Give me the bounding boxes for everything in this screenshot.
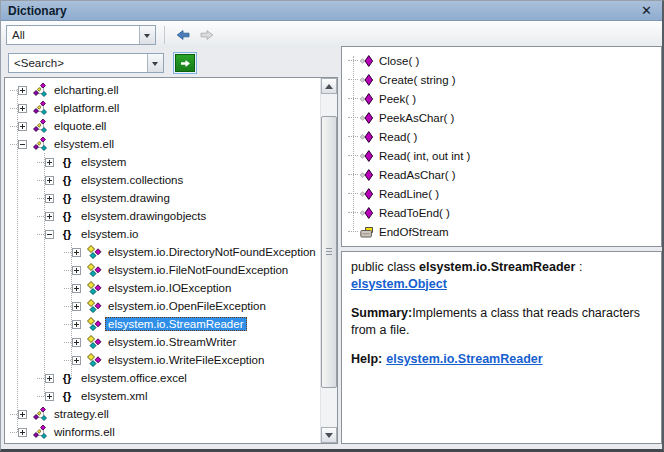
tree-connector <box>64 306 71 307</box>
expand-icon[interactable] <box>72 356 81 365</box>
tree-item[interactable]: {}elsystem.collections <box>5 171 320 189</box>
expand-icon[interactable] <box>45 176 54 185</box>
tree-item[interactable]: elsystem.io.StreamWriter <box>5 333 320 351</box>
class-icon <box>86 298 102 314</box>
tree-item[interactable]: elsystem.io.OpenFileException <box>5 297 320 315</box>
member-item[interactable]: ReadAsChar( ) <box>348 165 661 184</box>
expand-icon[interactable] <box>72 266 81 275</box>
tree-item-label[interactable]: elsystem <box>78 155 129 169</box>
tree-item-label[interactable]: elsystem.drawing <box>78 191 173 205</box>
search-go-button[interactable] <box>173 52 197 74</box>
expand-icon[interactable] <box>18 410 27 419</box>
member-item-label[interactable]: EndOfStream <box>379 226 449 238</box>
expand-icon[interactable] <box>18 86 27 95</box>
expand-icon[interactable] <box>72 302 81 311</box>
tree-item-label[interactable]: elsystem.io.WriteFileException <box>105 353 267 367</box>
tree-item-label[interactable]: elquote.ell <box>51 119 109 133</box>
tree-item-label[interactable]: elsystem.xml <box>78 389 150 403</box>
base-class-link[interactable]: elsystem.Object <box>351 277 447 291</box>
member-item-label[interactable]: Peek( ) <box>379 93 416 105</box>
tree-item[interactable]: {}elsystem.io <box>5 225 320 243</box>
window-title: Dictionary <box>8 4 638 18</box>
scroll-thumb[interactable] <box>321 116 337 388</box>
tree-item-label[interactable]: elsystem.ell <box>51 137 117 151</box>
tree-item-label[interactable]: elsystem.io.DirectoryNotFoundException <box>105 245 319 259</box>
tree-item-label[interactable]: winforms.ell <box>51 425 118 439</box>
tree-item[interactable]: elsystem.io.IOException <box>5 279 320 297</box>
member-item[interactable]: Read( ) <box>348 127 661 146</box>
member-item-label[interactable]: PeekAsChar( ) <box>379 112 454 124</box>
tree-item-label[interactable]: elsystem.io.StreamReader <box>105 317 247 331</box>
tree-item-label[interactable]: elcharting.ell <box>51 83 122 97</box>
tree-item[interactable]: elplatform.ell <box>5 99 320 117</box>
chevron-down-icon[interactable] <box>147 54 163 72</box>
expand-icon[interactable] <box>45 212 54 221</box>
tree-item[interactable]: winforms.ell <box>5 423 320 441</box>
back-button[interactable] <box>171 25 195 45</box>
member-item-label[interactable]: Create( string ) <box>379 74 456 86</box>
collapse-icon[interactable] <box>18 140 27 149</box>
expand-icon[interactable] <box>45 392 54 401</box>
expand-icon[interactable] <box>18 428 27 437</box>
expand-icon[interactable] <box>45 374 54 383</box>
member-item[interactable]: ReadLine( ) <box>348 184 661 203</box>
tree-item[interactable]: elsystem.io.StreamReader <box>5 315 320 333</box>
expand-icon[interactable] <box>18 122 27 131</box>
tree-item-label[interactable]: elsystem.collections <box>78 173 186 187</box>
close-icon[interactable]: ✕ <box>638 3 655 18</box>
tree-item[interactable]: elcharting.ell <box>5 81 320 99</box>
tree-item[interactable]: {}elsystem.drawing <box>5 189 320 207</box>
tree-item[interactable]: elquote.ell <box>5 117 320 135</box>
tree-item[interactable]: elsystem.io.WriteFileException <box>5 351 320 369</box>
expand-icon[interactable] <box>72 338 81 347</box>
tree-item-label[interactable]: elsystem.io.StreamWriter <box>105 335 239 349</box>
member-item-label[interactable]: ReadToEnd( ) <box>379 207 450 219</box>
tree-item-label[interactable]: elsystem.office.excel <box>78 371 190 385</box>
tree-item[interactable]: strategy.ell <box>5 405 320 423</box>
scroll-down-button[interactable] <box>321 427 337 443</box>
member-item[interactable]: Peek( ) <box>348 89 661 108</box>
scroll-up-button[interactable] <box>321 78 337 94</box>
expand-icon[interactable] <box>18 104 27 113</box>
member-item-label[interactable]: ReadAsChar( ) <box>379 169 456 181</box>
member-item-label[interactable]: Read( ) <box>379 131 417 143</box>
tree-item-label[interactable]: elsystem.drawingobjects <box>78 209 209 223</box>
member-item[interactable]: Read( int, out int ) <box>348 146 661 165</box>
help-link[interactable]: elsystem.io.StreamReader <box>386 352 542 366</box>
tree-connector <box>64 252 71 253</box>
tree-item-label[interactable]: elplatform.ell <box>51 101 122 115</box>
member-item[interactable]: PeekAsChar( ) <box>348 108 661 127</box>
member-item[interactable]: Create( string ) <box>348 70 661 89</box>
filter-combobox[interactable]: All <box>6 25 156 45</box>
tree-item-label[interactable]: strategy.ell <box>51 407 112 421</box>
member-item-label[interactable]: ReadLine( ) <box>379 188 439 200</box>
tree-item-label[interactable]: elsystem.io.FileNotFoundException <box>105 263 291 277</box>
tree-item-label[interactable]: elsystem.io.OpenFileException <box>105 299 269 313</box>
member-item[interactable]: ReadToEnd( ) <box>348 203 661 222</box>
tree-item[interactable]: elsystem.io.FileNotFoundException <box>5 261 320 279</box>
tree-item[interactable]: elsystem.io.DirectoryNotFoundException <box>5 243 320 261</box>
expand-icon[interactable] <box>45 158 54 167</box>
search-combobox[interactable]: <Search> <box>8 53 164 73</box>
collapse-icon[interactable] <box>45 230 54 239</box>
tree-item[interactable]: {}elsystem.xml <box>5 387 320 405</box>
member-item-label[interactable]: Close( ) <box>379 55 419 67</box>
forward-button[interactable] <box>195 25 219 45</box>
member-item-label[interactable]: Read( int, out int ) <box>379 150 470 162</box>
tree-item[interactable]: {}elsystem.office.excel <box>5 369 320 387</box>
expand-icon[interactable] <box>72 248 81 257</box>
member-item[interactable]: EndOfStream <box>348 222 661 241</box>
tree-item[interactable]: {}elsystem.drawingobjects <box>5 207 320 225</box>
expand-icon[interactable] <box>72 320 81 329</box>
tree-item[interactable]: {}elsystem <box>5 153 320 171</box>
tree-item[interactable]: elsystem.ell <box>5 135 320 153</box>
tree-item-label[interactable]: elsystem.io.IOException <box>105 281 234 295</box>
expand-icon[interactable] <box>45 194 54 203</box>
tree-item-label[interactable]: elsystem.io <box>78 227 142 241</box>
member-item[interactable]: Close( ) <box>348 51 661 70</box>
chevron-down-icon[interactable] <box>139 26 155 44</box>
method-icon <box>359 53 375 69</box>
tree-connector <box>10 108 17 109</box>
expand-icon[interactable] <box>72 284 81 293</box>
tree-scrollbar[interactable] <box>320 78 337 443</box>
